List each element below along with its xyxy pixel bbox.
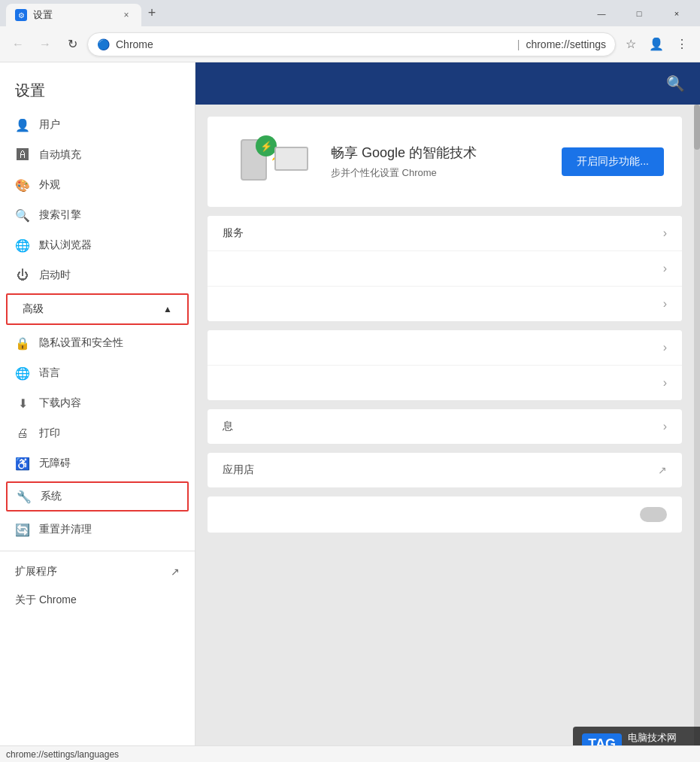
services-section: 服务 › › › (208, 216, 682, 321)
section2-row1[interactable]: › (208, 330, 682, 366)
row2-arrow-icon: › (663, 262, 667, 275)
accessibility-icon: ♿ (15, 456, 30, 471)
tab-close-button[interactable]: × (120, 9, 132, 21)
sidebar-item-print-label: 打印 (39, 427, 60, 440)
sidebar-title: 设置 (0, 68, 195, 110)
address-url: chrome://settings (526, 38, 606, 50)
info-row[interactable]: 息 › (208, 409, 682, 444)
sidebar-item-downloads-label: 下载内容 (39, 396, 81, 410)
extensions-label: 扩展程序 (15, 565, 57, 578)
store-text: 应用店 (223, 463, 658, 477)
advanced-section-header[interactable]: 高级 ▲ (6, 293, 189, 325)
sidebar-item-privacy-label: 隐私设置和安全性 (39, 336, 123, 350)
toggle-switch[interactable] (640, 507, 667, 522)
browser-toolbar: ← → ↻ 🔵 Chrome | chrome://settings ☆ 👤 ⋮ (0, 26, 700, 62)
sidebar-item-reset[interactable]: 🔄 重置并清理 (0, 515, 195, 545)
content-wrapper: 设置 👤 用户 🅰 自动填充 🎨 外观 🔍 搜索引擎 🌐 默认浏览器 ⏻ 启动时 (0, 62, 700, 762)
sidebar-item-downloads[interactable]: ⬇ 下载内容 (0, 388, 195, 418)
about-chrome-link[interactable]: 关于 Chrome (0, 586, 195, 615)
search-icon: 🔍 (15, 208, 30, 223)
bookmark-button[interactable]: ☆ (619, 32, 643, 56)
sidebar-item-print[interactable]: 🖨 打印 (0, 418, 195, 448)
info-section: 息 › (208, 409, 682, 444)
minimize-button[interactable]: — (584, 2, 619, 25)
system-icon: 🔧 (17, 489, 32, 504)
services-text: 服务 (223, 226, 663, 240)
section2-row1-arrow: › (663, 341, 667, 354)
menu-button[interactable]: ⋮ (670, 32, 694, 56)
section2-row2[interactable]: › (208, 366, 682, 400)
sidebar-item-default-browser[interactable]: 🌐 默认浏览器 (0, 230, 195, 260)
close-button[interactable]: × (659, 2, 694, 25)
window-controls: — □ × (584, 2, 694, 25)
forward-button[interactable]: → (33, 32, 57, 56)
tab-strip: ⚙ 设置 × + (6, 0, 581, 26)
scrollbar-thumb[interactable] (694, 105, 700, 150)
status-url: chrome://settings/languages (6, 749, 119, 760)
sync-button[interactable]: 开启同步功能... (562, 147, 664, 176)
advanced-arrow-icon: ▲ (163, 304, 172, 314)
sidebar-divider (0, 551, 195, 551)
new-tab-button[interactable]: + (141, 3, 162, 24)
external-link-icon: ↗ (171, 566, 180, 578)
info-text: 息 (223, 420, 663, 433)
services-row[interactable]: 服务 › (208, 216, 682, 251)
sidebar-item-users-label: 用户 (39, 118, 60, 132)
sidebar-item-language[interactable]: 🌐 语言 (0, 358, 195, 388)
section-row-3[interactable]: › (208, 287, 682, 321)
services-arrow-icon: › (663, 226, 667, 240)
sidebar-item-language-label: 语言 (39, 366, 60, 380)
sync-banner: ⚡ 畅享 Google 的智能技术 步并个性化设置 Chrome 开启同步功能.… (208, 117, 682, 207)
row3-arrow-icon: › (663, 297, 667, 311)
sidebar-item-users[interactable]: 👤 用户 (0, 110, 195, 140)
tab-title: 设置 (33, 8, 53, 22)
sidebar-item-appearance[interactable]: 🎨 外观 (0, 170, 195, 200)
user-icon: 👤 (15, 117, 30, 132)
browser-titlebar: ⚙ 设置 × + — □ × (0, 0, 700, 26)
store-external-icon: ↗ (658, 464, 667, 476)
sidebar-item-accessibility[interactable]: ♿ 无障碍 (0, 448, 195, 478)
scrollbar[interactable] (694, 105, 700, 762)
store-section: 应用店 ↗ (208, 453, 682, 487)
extensions-link[interactable]: 扩展程序 ↗ (0, 557, 195, 586)
address-bar[interactable]: 🔵 Chrome | chrome://settings (87, 32, 616, 56)
sidebar-item-search[interactable]: 🔍 搜索引擎 (0, 200, 195, 230)
section-row-2[interactable]: › (208, 251, 682, 287)
sidebar-item-system[interactable]: 🔧 系统 (6, 481, 189, 512)
main-header: 🔍 (195, 62, 700, 105)
sync-text: 畅享 Google 的智能技术 步并个性化设置 Chrome (316, 144, 562, 180)
sidebar-item-search-label: 搜索引擎 (39, 208, 81, 222)
profile-button[interactable]: 👤 (644, 32, 668, 56)
tab-favicon: ⚙ (15, 9, 27, 21)
sidebar-item-browser-label: 默认浏览器 (39, 238, 92, 252)
startup-icon: ⏻ (15, 268, 30, 283)
settings-content: ⚡ 畅享 Google 的智能技术 步并个性化设置 Chrome 开启同步功能.… (195, 105, 700, 554)
language-icon: 🌐 (15, 366, 30, 381)
maximize-button[interactable]: □ (622, 2, 656, 25)
sync-subtitle: 步并个性化设置 Chrome (331, 166, 547, 180)
toggle-row[interactable] (208, 496, 682, 533)
downloads-icon: ⬇ (15, 396, 30, 411)
info-arrow-icon: › (663, 420, 667, 433)
sidebar-item-startup-label: 启动时 (39, 269, 71, 282)
sidebar-item-autofill[interactable]: 🅰 自动填充 (0, 140, 195, 170)
sidebar-item-reset-label: 重置并清理 (39, 523, 92, 536)
refresh-button[interactable]: ↻ (60, 32, 84, 56)
active-tab[interactable]: ⚙ 设置 × (6, 4, 141, 26)
sync-illustration: ⚡ (226, 132, 316, 192)
browser-icon: 🌐 (15, 238, 30, 253)
autofill-icon: 🅰 (15, 147, 30, 162)
sidebar-item-startup[interactable]: ⏻ 启动时 (0, 260, 195, 290)
status-bar: chrome://settings/languages (0, 745, 700, 762)
watermark-site-name: 电脑技术网 (628, 731, 691, 745)
store-row[interactable]: 应用店 ↗ (208, 453, 682, 487)
header-search-icon[interactable]: 🔍 (666, 74, 685, 93)
section2: › › (208, 330, 682, 400)
sidebar-item-privacy[interactable]: 🔒 隐私设置和安全性 (0, 328, 195, 358)
print-icon: 🖨 (15, 426, 30, 441)
about-chrome-label: 关于 Chrome (15, 594, 77, 607)
appearance-icon: 🎨 (15, 178, 30, 193)
site-favicon-icon: 🔵 (97, 38, 110, 50)
back-button[interactable]: ← (6, 32, 30, 56)
main-content-area: 🔍 ⚡ (195, 62, 700, 762)
